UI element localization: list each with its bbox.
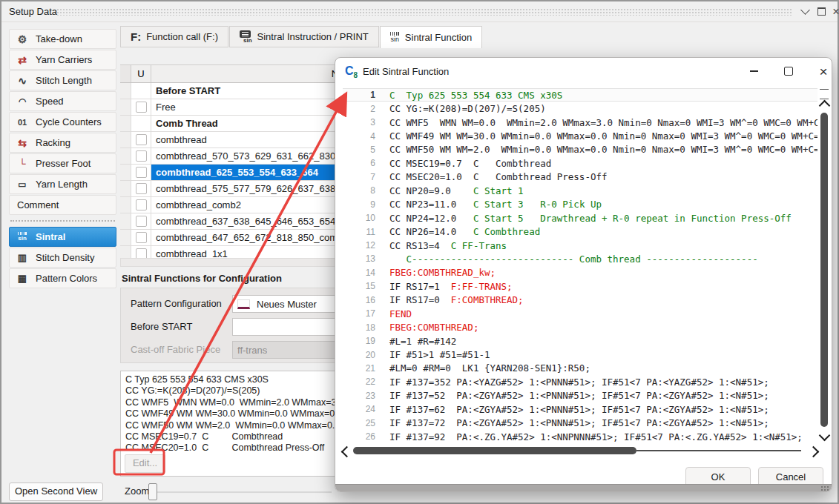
code-line[interactable]: 26IF #137=92 PA:<.ZG.YA#52> 1:<NNPNNN#51… (343, 430, 817, 443)
sidebar-item-sintral[interactable]: sinSintral (9, 227, 116, 247)
row-header-cell (120, 230, 131, 245)
tab-sintral-instruction-print[interactable]: sinSintral Instruction / PRINT (229, 26, 379, 47)
sidebar-item-pattern-colors[interactable]: ▦Pattern Colors (9, 268, 116, 288)
take-down-icon: ⚙ (15, 34, 30, 44)
line-number: 18 (343, 322, 389, 333)
code-line[interactable]: 9CC NP23=11.0 C Start 3 R-0 Pick Up (343, 198, 817, 211)
code-segment: IF #137=352 PA:<YAZG#52> 1:<PNNN#51>; IF… (389, 377, 769, 388)
stitch-density-icon: ▥ (15, 253, 30, 263)
code-line[interactable]: 25IF #137=72 PA:<ZGYA#52> 1:<PNNN#51>; I… (343, 417, 817, 430)
sidebar-item-presser-foot[interactable]: └Presser Foot (9, 153, 116, 173)
code-segment: #L=1 #R=#142 (389, 336, 456, 347)
preview-code-line: CC YG:=K(208)=D(207)/=S(205) (125, 385, 353, 397)
sidebar-item-label: Take-down (36, 33, 82, 44)
tab-sintral-function[interactable]: sinSintral Function (380, 26, 482, 48)
code-line[interactable]: 21#LM=0 #RM=0 LK1 {YARN208-SEN1}:R50; (343, 362, 817, 375)
code-line[interactable]: 6CC MSEC19=0.7 C Combthread (343, 156, 817, 170)
sidebar-item-label: Stitch Length (36, 75, 92, 86)
row-checkbox[interactable] (136, 183, 147, 194)
u-cell (131, 132, 151, 147)
code-line[interactable]: 8CC NP20=9.0 C Start 1 (343, 184, 817, 197)
sidebar-item-comment[interactable]: Comment (9, 195, 116, 215)
code-line[interactable]: 23IF #137=52 PA:<ZGYA#52> 1:<PNNN#51>; I… (343, 389, 817, 402)
maximize-icon[interactable] (814, 1, 829, 21)
u-cell (131, 116, 151, 131)
code-segment: IF RS17=0 (389, 294, 451, 305)
code-line[interactable]: 18FBEG:COMBTHREAD; (343, 320, 817, 334)
row-checkbox[interactable] (136, 216, 147, 227)
code-line[interactable]: 15IF RS17=1 F:FF-TRANS; (343, 279, 817, 293)
before-start-dropdown[interactable] (232, 318, 346, 336)
code-line[interactable]: 12CC RS13=4 C FF-Trans (343, 239, 817, 252)
sidebar-item-take-down[interactable]: ⚙Take-down (9, 29, 116, 49)
resize-grip-icon[interactable] (820, 485, 830, 491)
code-line[interactable]: 10CC NP24=12.0 C Start 5 Drawthread + R-… (343, 211, 817, 225)
splitter-grip-icon[interactable] (820, 89, 829, 99)
code-line[interactable]: 2CC YG:=K(208)=D(207)/=S(205) (343, 102, 817, 115)
vertical-scrollbar[interactable] (817, 88, 831, 455)
row-checkbox[interactable] (136, 232, 147, 243)
code-segment: CC MSEC19=0.7 C Combthread (389, 158, 551, 169)
sidebar-item-stitch-density[interactable]: ▥Stitch Density (9, 248, 116, 268)
zoom-slider-thumb[interactable] (148, 483, 157, 500)
row-checkbox[interactable] (136, 199, 147, 210)
sidebar-item-racking[interactable]: ⇆Racking (9, 133, 116, 153)
row-checkbox[interactable] (136, 167, 147, 178)
code-line[interactable]: 16IF RS17=0 F:COMBTHREAD; (343, 294, 817, 307)
dialog-minimize-icon[interactable] (742, 58, 766, 84)
close-icon[interactable]: × (829, 1, 839, 21)
dialog-footer (335, 484, 832, 491)
scroll-up-icon[interactable] (818, 100, 830, 112)
dialog-close-icon[interactable]: × (812, 58, 832, 84)
code-line[interactable]: 19#L=1 #R=#142 (343, 334, 817, 348)
preview-code-line: CC WMF50 WM WM=2.0 WMmin=0.0 WMmax=0.0 N (125, 420, 353, 431)
code-line[interactable]: 1C Typ 625 553 554 633 CMS x30S (343, 88, 817, 102)
code-line[interactable]: 11CC NP26=14.0 C Combthread (343, 225, 817, 238)
code-line[interactable]: 4CC WMF49 WM WM=30.0 WMmin=0.0 WMmax=0.0… (343, 129, 817, 142)
tab-function-call-f[interactable]: F:Function call (F:) (120, 26, 228, 47)
sidebar-item-yarn-length[interactable]: ▭Yarn Length (9, 174, 116, 194)
code-segment: CC NP23=11.0 (389, 199, 473, 210)
sidebar-separator (10, 220, 115, 222)
code-line[interactable]: 13 C----------------------------- Comb t… (343, 252, 817, 265)
sidebar-item-label: Sintral (36, 231, 65, 242)
scroll-left-icon[interactable] (341, 446, 353, 458)
c8-sintral-icon: C8 (345, 64, 358, 82)
sidebar-item-speed[interactable]: ◠Speed (9, 91, 116, 111)
row-checkbox[interactable] (136, 150, 147, 162)
vertical-scroll-thumb[interactable] (820, 113, 828, 427)
code-segment: C Start 3 R-0 Pick Up (473, 199, 602, 210)
code-line[interactable]: 20IF #51>1 #51=#51-1 (343, 348, 817, 361)
code-line[interactable]: 14FBEG:COMBTHREAD_kw; (343, 266, 817, 279)
line-number: 26 (343, 431, 389, 442)
edit-button[interactable]: Edit... (125, 454, 165, 473)
row-checkbox[interactable] (136, 102, 147, 113)
sidebar-item-yarn-carriers[interactable]: ⇄Yarn Carriers (9, 50, 116, 70)
row-checkbox[interactable] (136, 134, 147, 145)
sidebar-item-cycle-counters[interactable]: 01Cycle Counters (9, 112, 116, 132)
code-line[interactable]: 24IF #137=62 PA:<ZGYA#52> 1:<PNNN#51>; I… (343, 402, 817, 416)
chevron-down-icon[interactable] (797, 1, 812, 21)
pattern-configuration-dropdown[interactable]: Neues Muster (232, 295, 346, 313)
code-line[interactable]: 17FEND (343, 307, 817, 320)
code-line[interactable]: 22IF #137=352 PA:<YAZG#52> 1:<PNNN#51>; … (343, 375, 817, 388)
open-second-view-button[interactable]: Open Second View (9, 483, 103, 501)
line-number: 2 (343, 104, 389, 114)
code-segment: F:COMBTHREAD; (451, 294, 524, 305)
sintral-instruction-icon: sin (240, 30, 252, 43)
sintral-code-editor[interactable]: 1C Typ 625 553 554 633 CMS x30S2CC YG:=K… (343, 88, 817, 444)
sidebar-item-stitch-length[interactable]: ∿Stitch Length (9, 70, 116, 90)
horizontal-scroll-thumb[interactable] (353, 447, 636, 454)
scroll-down-icon[interactable] (818, 430, 830, 442)
line-number: 14 (343, 268, 389, 278)
horizontal-scrollbar[interactable] (343, 446, 817, 457)
code-line[interactable]: 3CC WMF5 WMN WM=0.0 WMmin=2.0 WMmax=3.0 … (343, 116, 817, 129)
racking-icon: ⇆ (15, 138, 30, 148)
row-header-cell (120, 83, 131, 99)
dialog-maximize-icon[interactable] (777, 58, 800, 84)
scroll-right-icon[interactable] (808, 446, 820, 458)
code-line[interactable]: 5CC WMF50 WM WM=2.0 WMmin=0.0 WMmax=0.0 … (343, 143, 817, 156)
code-line[interactable]: 7CC MSEC20=1.0 C Combthread Press-Off (343, 170, 817, 184)
zoom-slider-track[interactable] (150, 491, 332, 494)
sintral-icon: sin (15, 232, 30, 242)
